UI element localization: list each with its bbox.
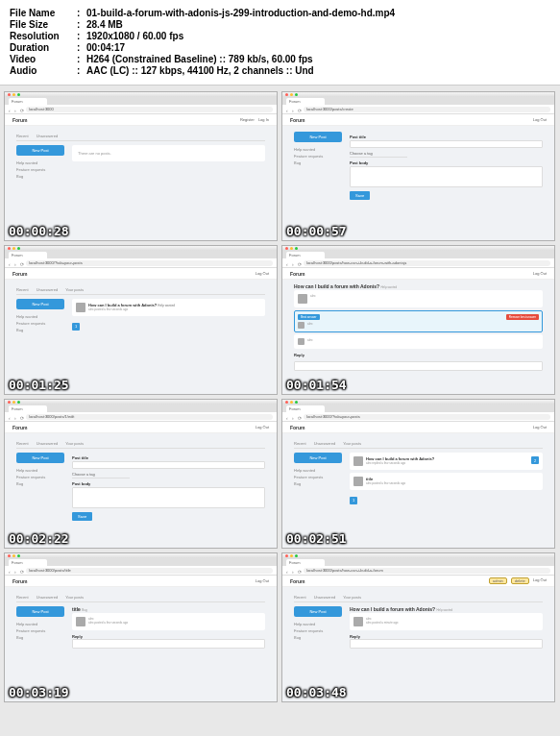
value-resolution: 1920x1080 / 60.00 fps xyxy=(86,31,183,41)
value-video: H264 (Constrained Baseline) :: 789 kb/s,… xyxy=(86,54,313,64)
url-input[interactable]: localhost:3000/posts/create xyxy=(304,107,550,112)
best-answer: Best answerRemove best answer alex xyxy=(294,310,543,332)
thumbnail-1: Forum ‹›⟳localhost:3000 Forum RegisterLo… xyxy=(4,91,278,241)
label-filesize: File Size xyxy=(10,19,77,30)
app-title: Forum xyxy=(12,117,28,123)
app-header: Forum RegisterLog In xyxy=(5,114,277,126)
url-input[interactable]: localhost:3000/posts/1/edit xyxy=(26,414,273,420)
register-link[interactable]: Register xyxy=(240,117,255,122)
label-video: Video xyxy=(10,54,77,64)
new-post-button[interactable]: New Post xyxy=(294,132,342,142)
login-link[interactable]: Log In xyxy=(258,117,269,122)
address-bar: ‹›⟳localhost:3000 xyxy=(5,105,277,114)
reply-count: 2 xyxy=(531,456,539,464)
sidebar-item-bug[interactable]: Bug xyxy=(16,173,64,180)
post-title-input[interactable] xyxy=(350,140,543,148)
thumbnail-6: Forum ‹›⟳localhost:3000/?tab=your-posts … xyxy=(281,399,555,549)
thumbnail-8: Forum ‹›⟳localhost:3000/posts/how-can-i-… xyxy=(281,552,555,702)
delete-button[interactable]: delete xyxy=(511,577,529,584)
forward-icon[interactable]: › xyxy=(14,108,18,111)
tab-recent[interactable]: Recent xyxy=(16,134,29,138)
tab-unanswered[interactable]: Unanswered xyxy=(37,134,58,138)
sidebar: New Post Help wantedFeature requestsBug xyxy=(16,145,64,180)
best-answer-badge: Best answer xyxy=(298,314,320,320)
remove-best-button[interactable]: Remove best answer xyxy=(506,314,539,320)
logout-link[interactable]: Log Out xyxy=(533,117,547,122)
maximize-icon xyxy=(17,93,20,96)
value-filename: 01-build-a-forum-with-adonis-js-299-intr… xyxy=(86,8,395,18)
tag-select[interactable]: Choose a tag xyxy=(350,150,407,158)
close-icon xyxy=(8,93,11,96)
url-input[interactable]: localhost:3000/posts/how-can-i-build-a-f… xyxy=(304,568,550,574)
post-item[interactable]: How can I build a forum with Adonis?alex… xyxy=(350,453,543,470)
thread-title: How can I build a forum with Adonis? Hel… xyxy=(294,283,543,289)
url-input[interactable]: localhost:3000/posts/title xyxy=(26,568,273,574)
thumbnails-grid: Forum ‹›⟳localhost:3000 Forum RegisterLo… xyxy=(0,86,560,708)
label-post-body: Post body xyxy=(350,160,543,165)
url-input[interactable]: localhost:3000/posts/how-can-i-build-a-f… xyxy=(304,260,550,266)
value-duration: 00:04:17 xyxy=(86,42,125,53)
thumbnail-5: Forum ‹›⟳localhost:3000/posts/1/edit For… xyxy=(4,399,278,549)
file-info-panel: File Name:01-build-a-forum-with-adonis-j… xyxy=(0,0,560,86)
page-number[interactable]: 1 xyxy=(350,497,357,504)
reply-heading: Reply xyxy=(294,353,543,357)
sidebar-item-help[interactable]: Help wanted xyxy=(16,159,64,166)
url-input[interactable]: localhost:3000/?tab=your-posts xyxy=(304,414,550,420)
post-item[interactable]: How can I build a forum with Adonis? Hel… xyxy=(72,299,265,316)
thumbnail-2: Forum ‹›⟳localhost:3000/posts/create For… xyxy=(281,91,555,241)
reply-input[interactable] xyxy=(294,361,543,371)
thumbnail-3: Forum ‹›⟳localhost:3000/?tab=your-posts … xyxy=(4,245,278,395)
post-title-input[interactable] xyxy=(72,461,265,469)
minimize-icon xyxy=(12,93,15,96)
page-number[interactable]: 1 xyxy=(72,323,80,331)
reload-icon[interactable]: ⟳ xyxy=(20,108,24,111)
thumbnail-4: Forum ‹›⟳localhost:3000/posts/how-can-i-… xyxy=(281,245,555,395)
value-filesize: 28.4 MB xyxy=(86,19,123,30)
post-body-input[interactable] xyxy=(350,166,543,187)
filter-tabs: RecentUnanswered xyxy=(16,132,265,141)
avatar xyxy=(76,303,85,312)
browser-tab[interactable]: Forum xyxy=(9,98,47,105)
sidebar-item-feature[interactable]: Feature requests xyxy=(16,166,64,173)
value-audio: AAC (LC) :: 127 kbps, 44100 Hz, 2 channe… xyxy=(86,65,314,76)
url-input[interactable]: localhost:3000/?tab=your-posts xyxy=(26,260,273,266)
save-button[interactable]: Save xyxy=(350,191,370,200)
browser-tabs: Forum xyxy=(5,97,277,105)
label-resolution: Resolution xyxy=(10,31,77,41)
empty-state: There are no posts. xyxy=(72,145,265,161)
reply-input[interactable] xyxy=(72,639,265,649)
label-audio: Audio xyxy=(10,65,77,76)
label-duration: Duration xyxy=(10,42,77,53)
tag-select[interactable]: Choose a tag xyxy=(72,471,130,478)
timestamp: 00:00:28 xyxy=(9,224,69,238)
back-icon[interactable]: ‹ xyxy=(9,108,12,111)
save-button[interactable]: Save xyxy=(72,512,92,521)
label-filename: File Name xyxy=(10,8,77,18)
admin-button[interactable]: admin xyxy=(489,577,507,584)
new-post-button[interactable]: New Post xyxy=(16,145,64,156)
label-post-title: Post title xyxy=(350,135,543,139)
thumbnail-7: Forum ‹›⟳localhost:3000/posts/title Foru… xyxy=(4,552,278,702)
url-input[interactable]: localhost:3000 xyxy=(26,107,273,112)
post-item[interactable]: titlealex posted a few seconds ago xyxy=(350,473,543,490)
post-body-input[interactable] xyxy=(72,487,265,508)
reply-input[interactable] xyxy=(350,639,543,649)
